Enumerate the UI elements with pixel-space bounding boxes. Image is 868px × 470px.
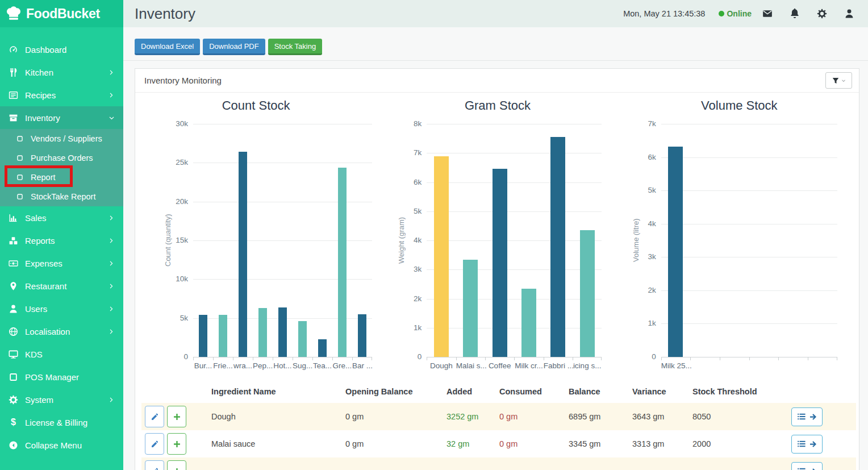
sidebar-subitem-vendors-suppliers[interactable]: Vendors / Suppliers — [0, 129, 123, 148]
gridline — [193, 124, 372, 124]
cell-opening: 0 gm — [345, 439, 446, 448]
x-tick-mark — [544, 357, 544, 360]
sidebar-item-restaurant[interactable]: Restaurant — [0, 274, 123, 297]
add-button[interactable] — [167, 460, 186, 470]
status-badge: Online — [719, 9, 752, 18]
cell-consumed: 0 gm — [499, 412, 569, 421]
datetime: Mon, May 21 13:45:38 — [623, 9, 705, 18]
sidebar-item-expenses[interactable]: Expenses — [0, 252, 123, 274]
app-logo[interactable]: FoodBucket — [0, 0, 123, 27]
chevron-right-icon — [108, 397, 115, 403]
y-tick-label: 2k — [619, 286, 656, 294]
detail-button[interactable] — [791, 462, 823, 470]
x-tick-label: Milk 25... — [661, 361, 691, 370]
y-tick-label: 7k — [377, 148, 422, 157]
topbar-icons — [752, 9, 854, 19]
sidebar-item-sales[interactable]: Sales — [0, 206, 123, 229]
bar-Milk cr...[interactable] — [521, 289, 536, 357]
user-icon[interactable] — [844, 9, 854, 19]
bar-Dough[interactable] — [434, 156, 449, 357]
pencil-icon — [151, 440, 159, 448]
bar-wra...[interactable] — [239, 152, 247, 357]
bar-Bur...[interactable] — [199, 315, 207, 357]
sidebar-item-pos-manager[interactable]: POS Manager — [0, 365, 123, 388]
gear-icon[interactable] — [817, 9, 827, 19]
bar-Coffee[interactable] — [493, 169, 507, 357]
bar-icing s...[interactable] — [580, 230, 595, 357]
row-detail-cell — [791, 435, 856, 454]
bar-Pep...[interactable] — [258, 308, 267, 357]
add-button[interactable] — [167, 406, 186, 427]
edit-button[interactable] — [145, 460, 164, 470]
gridline — [427, 328, 602, 328]
column-header-added: Added — [446, 387, 499, 396]
detail-button[interactable] — [791, 435, 823, 454]
bar-Hot...[interactable] — [278, 307, 287, 357]
sidebar-item-label: POS Manager — [25, 372, 79, 382]
sidebar-item-label: System — [25, 395, 53, 405]
add-button[interactable] — [167, 433, 186, 455]
chart-count-stock: Count StockCount (quantity)05k10k15k20k2… — [135, 93, 377, 371]
y-tick-label: 15k — [135, 236, 188, 244]
bar-Tea...[interactable] — [318, 339, 327, 357]
sidebar-item-recipes[interactable]: Recipes — [0, 84, 123, 106]
bar-Milk 25...[interactable] — [668, 147, 683, 357]
y-tick-label: 1k — [619, 319, 656, 327]
bell-icon[interactable] — [790, 9, 800, 19]
bar-Fabbri ...[interactable] — [550, 137, 565, 357]
edit-button[interactable] — [145, 433, 164, 455]
sidebar-item-license-billing[interactable]: $License & Billing — [0, 411, 123, 434]
y-tick-label: 6k — [619, 153, 656, 161]
y-tick-label: 4k — [619, 219, 656, 228]
gridline — [427, 153, 602, 153]
bar-Sug...[interactable] — [298, 321, 307, 357]
filter-button[interactable] — [825, 72, 852, 89]
bar-Malai s...[interactable] — [463, 260, 478, 357]
chevron-right-icon — [108, 260, 115, 267]
detail-button[interactable] — [791, 407, 823, 426]
sidebar-item-reports[interactable]: Reports — [0, 229, 123, 252]
row-actions — [141, 433, 211, 455]
download-pdf-button[interactable]: Download PDF — [203, 39, 265, 55]
sidebar-subitem-label: Purchase Orders — [31, 153, 93, 163]
list-icon — [797, 439, 806, 448]
sidebar-item-inventory[interactable]: Inventory — [0, 106, 123, 129]
x-tick-label: Coffee — [485, 361, 514, 370]
y-tick-label: 25k — [135, 158, 188, 167]
bar-Frie...[interactable] — [219, 315, 227, 357]
sidebar-item-dashboard[interactable]: Dashboard — [0, 38, 123, 61]
envelope-icon[interactable] — [762, 9, 773, 19]
chevron-right-icon — [108, 238, 115, 244]
sidebar-subitem-stocktake-report[interactable]: StockTake Report — [0, 187, 123, 206]
y-tick-label: 0 — [619, 352, 656, 361]
map-marker-icon — [9, 281, 18, 291]
sidebar-item-label: Kitchen — [25, 68, 53, 77]
chart-title: Gram Stock — [377, 98, 618, 113]
sidebar-item-kds[interactable]: KDS — [0, 343, 123, 365]
bar-Gre...[interactable] — [338, 168, 347, 357]
sidebar-item-label: Sales — [25, 213, 47, 223]
edit-button[interactable] — [145, 406, 164, 427]
x-tick-label: Milk cr... — [514, 361, 543, 370]
y-tick-label: 7k — [619, 119, 656, 128]
sidebar-item-localisation[interactable]: Localisation — [0, 320, 123, 343]
app-name: FoodBucket — [26, 6, 100, 22]
sidebar-item-label: License & Billing — [25, 418, 87, 427]
stock-taking-button[interactable]: Stock Taking — [268, 39, 322, 55]
gauge-icon — [9, 45, 18, 55]
x-tick-mark — [372, 357, 372, 360]
sidebar-subitem-purchase-orders[interactable]: Purchase Orders — [0, 148, 123, 168]
sidebar-item-users[interactable]: Users — [0, 297, 123, 320]
gridline — [661, 290, 837, 291]
sidebar-item-kitchen[interactable]: Kitchen — [0, 61, 123, 84]
download-excel-button[interactable]: Download Excel — [135, 39, 200, 55]
x-tick-mark — [352, 357, 353, 360]
chef-hat-icon — [5, 5, 22, 22]
sidebar-item-collapse-menu[interactable]: Collapse Menu — [0, 434, 123, 456]
sidebar-item-system[interactable]: System — [0, 388, 123, 411]
sidebar-subitem-report[interactable]: Report — [0, 168, 123, 187]
utensils-icon — [9, 68, 18, 77]
cell-threshold: 8050 — [692, 412, 791, 421]
bar-Bar ...[interactable] — [358, 314, 366, 357]
plus-icon — [173, 440, 181, 448]
